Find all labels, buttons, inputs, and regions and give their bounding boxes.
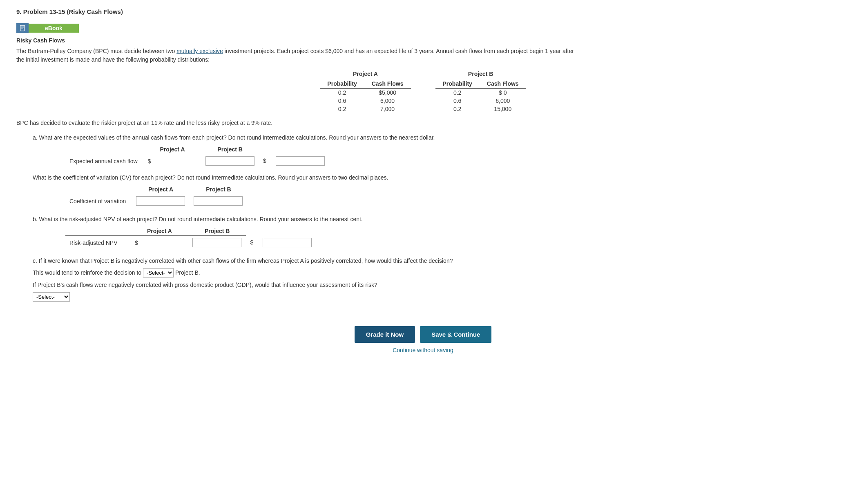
question-c-label: c. If it were known that Project B is ne… <box>33 258 830 264</box>
button-row: Grade it Now Save & Continue <box>355 326 492 343</box>
prob-a-2: 0.6 <box>320 97 364 105</box>
dollar-npv-b: $ <box>246 236 259 250</box>
prob-b-2: 0.6 <box>435 97 480 105</box>
npv-row: Risk-adjusted NPV $ $ <box>65 236 316 250</box>
project-b-title: Project B <box>468 71 493 77</box>
cf-b-3: 15,000 <box>480 105 526 113</box>
cv-a-input[interactable] <box>136 196 185 206</box>
select-gdp-block: -Select- Yes No <box>33 292 830 302</box>
col-cf-a: Cash Flows <box>364 79 411 89</box>
project-a-group: Project A Probability Cash Flows 0.2 $5,… <box>320 71 411 113</box>
cf-b-1: $ 0 <box>480 89 526 97</box>
expected-cf-b-input-cell[interactable] <box>272 154 329 168</box>
table-row: 0.2 $5,000 <box>320 89 411 97</box>
rate-line: BPC has decided to evaluate the riskier … <box>16 120 830 126</box>
expected-cf-a-input-cell[interactable] <box>201 154 259 168</box>
expected-cf-row: Expected annual cash flow $ $ <box>65 154 329 168</box>
question-c2-text: If Project B's cash flows were negativel… <box>33 282 830 288</box>
prob-b-1: 0.2 <box>435 89 480 97</box>
table-row: 0.2 $ 0 <box>435 89 526 97</box>
npv-table: Project A Project B Risk-adjusted NPV $ … <box>65 226 316 249</box>
desc-line1: The Bartram-Pulley Company (BPC) must de… <box>16 48 574 54</box>
blank-header-cv <box>65 185 132 194</box>
proj-b-header-npv: Project B <box>188 226 246 236</box>
ebook-icon <box>16 23 29 33</box>
question-b-label: b. What is the risk-adjusted NPV of each… <box>33 216 830 222</box>
npv-a-input[interactable] <box>192 238 241 247</box>
expected-cf-table: Project A Project B Expected annual cash… <box>65 145 329 168</box>
blank-header <box>65 145 144 154</box>
select-gdp[interactable]: -Select- Yes No <box>33 292 70 302</box>
npv-b-input[interactable] <box>263 238 312 247</box>
cv-b-input-cell[interactable] <box>190 194 247 208</box>
question-b-block: b. What is the risk-adjusted NPV of each… <box>33 216 830 249</box>
proj-b-header-expected: Project B <box>201 145 259 154</box>
cf-b-2: 6,000 <box>480 97 526 105</box>
book-icon <box>19 24 26 32</box>
problem-title: 9. Problem 13-15 (Risky Cash Flows) <box>16 8 830 15</box>
cv-question: What is the coefficient of variation (CV… <box>33 174 830 181</box>
dollar-a: $ <box>144 154 201 168</box>
npv-b-input-cell[interactable] <box>259 236 316 250</box>
section-title: Risky Cash Flows <box>16 37 830 44</box>
cv-b-input[interactable] <box>194 196 243 206</box>
prob-a-1: 0.2 <box>320 89 364 97</box>
cf-a-1: $5,000 <box>364 89 411 97</box>
proj-a-header-cv: Project A <box>132 185 190 194</box>
table-row: 0.6 6,000 <box>320 97 411 105</box>
cv-a-input-cell[interactable] <box>132 194 190 208</box>
desc-line2: the initial investment is made and have … <box>16 56 210 63</box>
ebook-label[interactable]: eBook <box>29 24 79 33</box>
table-row: 0.6 6,000 <box>435 97 526 105</box>
data-tables-area: Project A Probability Cash Flows 0.2 $5,… <box>16 71 830 113</box>
proj-a-header-expected: Project A <box>144 145 201 154</box>
prob-a-3: 0.2 <box>320 105 364 113</box>
npv-a-input-cell[interactable] <box>188 236 246 250</box>
col-prob-b: Probability <box>435 79 480 89</box>
col-prob-a: Probability <box>320 79 364 89</box>
cf-a-2: 6,000 <box>364 97 411 105</box>
question-c-text2: Project B. <box>175 269 200 276</box>
continue-without-saving-link[interactable]: Continue without saving <box>393 347 453 353</box>
col-cf-b: Cash Flows <box>480 79 526 89</box>
question-c-text-row: This would tend to reinforce the decisio… <box>33 268 830 278</box>
select-reinforce[interactable]: -Select- accept reject <box>143 268 174 278</box>
project-a-table: Probability Cash Flows 0.2 $5,000 0.6 6,… <box>320 79 411 113</box>
question-c-block: c. If it were known that Project B is ne… <box>33 258 830 302</box>
table-row: 0.2 7,000 <box>320 105 411 113</box>
ebook-bar: eBook <box>16 23 830 33</box>
question-c-text1: This would tend to reinforce the decisio… <box>33 269 141 276</box>
dollar-b: $ <box>259 154 272 168</box>
expected-cf-label: Expected annual cash flow <box>65 154 144 168</box>
blank-header-npv <box>65 226 131 236</box>
proj-a-header-npv: Project A <box>131 226 188 236</box>
project-b-group: Project B Probability Cash Flows 0.2 $ 0… <box>435 71 526 113</box>
prob-b-3: 0.2 <box>435 105 480 113</box>
grade-button[interactable]: Grade it Now <box>355 326 415 343</box>
dollar-npv-a: $ <box>131 236 188 250</box>
save-continue-button[interactable]: Save & Continue <box>420 326 491 343</box>
project-b-table: Probability Cash Flows 0.2 $ 0 0.6 6,000… <box>435 79 526 113</box>
question-a-label: a. What are the expected values of the a… <box>33 134 830 141</box>
cf-a-3: 7,000 <box>364 105 411 113</box>
proj-b-header-cv: Project B <box>190 185 247 194</box>
expected-cf-a-input[interactable] <box>205 156 254 166</box>
question-a-block: a. What are the expected values of the a… <box>33 134 830 208</box>
cv-row: Coefficient of variation <box>65 194 248 208</box>
project-a-title: Project A <box>353 71 378 77</box>
npv-label: Risk-adjusted NPV <box>65 236 131 250</box>
cv-table: Project A Project B Coefficient of varia… <box>65 185 248 208</box>
bottom-actions: Grade it Now Save & Continue Continue wi… <box>16 326 830 353</box>
table-row: 0.2 15,000 <box>435 105 526 113</box>
cv-label: Coefficient of variation <box>65 194 132 208</box>
description: The Bartram-Pulley Company (BPC) must de… <box>16 47 830 64</box>
expected-cf-b-input[interactable] <box>276 156 325 166</box>
